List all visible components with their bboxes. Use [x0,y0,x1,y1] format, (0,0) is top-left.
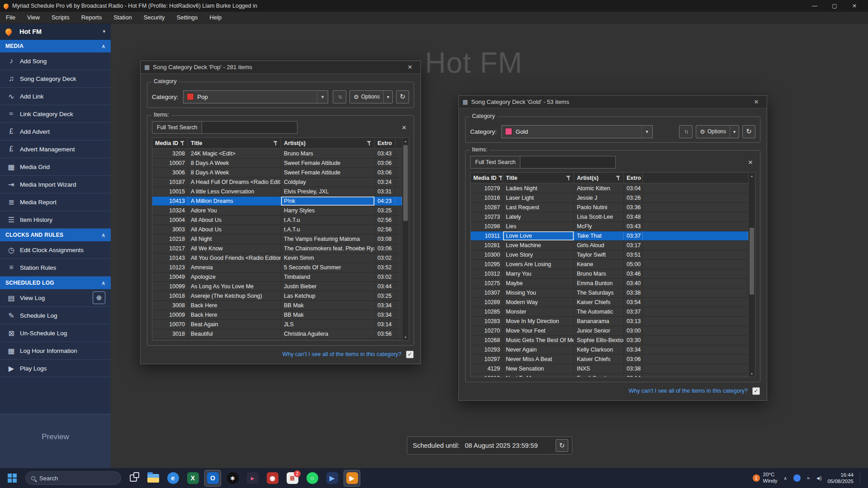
tray-overflow-chevron-icon[interactable]: ∧ [784,476,787,481]
sidebar-item-media-import-wizard[interactable]: ⇥Media Import Wizard [0,176,111,193]
table-row[interactable]: 100078 Days A WeekSweet Female Attitude0… [152,159,402,168]
network-icon[interactable]: ≈ [807,475,809,481]
table-cell[interactable]: 10004 [152,216,188,225]
close-icon[interactable]: ✕ [750,99,763,105]
table-row[interactable]: 10123Amnesia5 Seconds Of Summer03:52 [152,263,402,272]
table-cell[interactable]: 03:37 [624,231,643,240]
column-header-extro[interactable]: Extro [375,138,396,148]
table-row[interactable]: 10307Missing YouThe Saturdays03:38 [471,288,748,298]
task-view-icon[interactable] [125,470,142,487]
table-row[interactable]: 10298LiesMcFly03:43 [471,222,748,231]
table-cell[interactable]: 03:38 [624,364,643,373]
sidebar-item-media-grid[interactable]: ▦Media Grid [0,158,111,176]
table-cell[interactable]: 3008 [152,301,188,310]
table-cell[interactable]: BB Mak [281,301,375,310]
table-cell[interactable]: 03:34 [624,345,643,354]
table-cell[interactable]: 02:56 [375,225,396,234]
table-cell[interactable]: 03:06 [375,244,396,253]
table-cell[interactable]: Missing You [503,288,574,297]
table-cell[interactable]: Jessie J [574,193,624,202]
category-filter-checkbox[interactable]: ✓ [406,351,414,358]
table-cell[interactable]: The Vamps Featuring Matoma [281,235,375,244]
table-cell[interactable]: 10015 [152,187,188,196]
table-cell[interactable]: 03:40 [624,279,643,288]
weather-widget[interactable]: 1 20°C Windy [753,472,778,484]
broadcast-app-icon[interactable]: ◉ [264,470,281,487]
section-header-media[interactable]: MEDIA∧ [0,40,111,52]
table-cell[interactable]: Apologize [188,272,281,282]
table-cell[interactable]: 10285 [471,307,503,316]
table-cell[interactable]: 03:34 [375,301,396,310]
table-cell[interactable]: Sweet Female Attitude [281,168,375,177]
table-cell[interactable]: 03:08 [375,235,396,244]
table-cell[interactable]: 03:06 [375,168,396,177]
table-cell[interactable]: 03:38 [624,288,643,297]
volume-icon[interactable]: ◄) [816,475,821,481]
scroll-down-icon[interactable]: ▼ [749,371,755,377]
table-cell[interactable]: Girls Aloud [574,241,624,250]
refresh-schedule-button[interactable]: ↻ [556,439,568,452]
table-cell[interactable]: 10187 [152,178,188,187]
table-cell[interactable]: INXS [574,364,624,373]
table-row[interactable]: 10324Adore YouHarry Styles03:25 [152,206,402,216]
gold-category-dropdown[interactable]: Gold ▾ [501,125,653,138]
column-header-extro[interactable]: Extro [624,173,643,183]
table-cell[interactable]: Music Gets The Best Of Me [503,336,574,345]
table-cell[interactable]: Monster [503,307,574,316]
sidebar-item-view-log[interactable]: ▤View Log⊕ [0,289,111,307]
table-cell[interactable]: t.A.T.u [281,216,375,225]
table-cell[interactable]: Move In My Direction [503,317,574,326]
table-row[interactable]: 3003All About Ust.A.T.u02:56 [152,225,402,235]
table-row[interactable]: 10217All We KnowThe Chainsmokers feat. P… [152,244,402,253]
table-cell[interactable]: 03:26 [624,193,643,202]
sidebar-item-schedule-log[interactable]: ✎Schedule Log [0,307,111,324]
table-cell[interactable]: Kaiser Chiefs [574,298,624,307]
table-cell[interactable]: 10297 [471,355,503,364]
table-cell[interactable]: 5 Seconds Of Summer [281,263,375,272]
sort-button[interactable]: ↑↓ [679,125,693,138]
table-cell[interactable]: 24K Magic <Edit> [188,149,281,158]
table-cell[interactable]: Last Request [503,203,574,212]
table-cell[interactable]: 8 Days A Week [188,159,281,168]
category-filter-checkbox[interactable]: ✓ [752,387,760,395]
table-row[interactable]: 10015A little Less ConversationElvis Pre… [152,187,402,197]
table-cell[interactable]: Taylor Swift [574,250,624,259]
table-cell[interactable]: 03:00 [624,326,643,335]
view-log-popout-button[interactable]: ⊕ [93,291,105,304]
table-cell[interactable]: 10279 [471,184,503,193]
table-cell[interactable]: Paolo Nutini [574,203,624,212]
table-cell[interactable]: 03:25 [375,206,396,215]
table-row[interactable]: 10009Back HereBB Mak03:34 [152,310,402,320]
table-cell[interactable]: 02:56 [375,216,396,225]
scroll-down-icon[interactable]: ▼ [402,334,409,340]
pop-deck-titlebar[interactable]: ▦ Song Category Deck 'Pop' - 281 items ✕ [141,61,420,74]
table-cell[interactable]: Maybe [503,279,574,288]
table-row[interactable]: 10275MaybeEmma Bunton03:40 [471,279,748,288]
filter-icon[interactable] [367,141,372,145]
table-cell[interactable]: Coldplay [281,178,375,187]
tray-app-icon[interactable] [793,474,801,482]
table-row[interactable]: 10218All NightThe Vamps Featuring Matoma… [152,235,402,244]
table-cell[interactable]: 10007 [152,159,188,168]
table-cell[interactable]: New Sensation [503,364,574,373]
table-cell[interactable]: Lisa Scott-Lee [574,212,624,221]
table-cell[interactable]: 03:52 [375,263,396,272]
table-cell[interactable]: Kaiser Chiefs [574,355,624,364]
table-cell[interactable]: Asereje (The Ketchup Song) [188,291,281,300]
table-cell[interactable]: P!nk [281,197,375,206]
refresh-button[interactable]: ↻ [396,90,409,103]
table-cell[interactable]: 10268 [471,336,503,345]
filter-icon[interactable] [180,141,185,145]
station-selector[interactable]: Hot FM ▾ [0,23,111,40]
table-cell[interactable]: 10413 [152,197,188,206]
filter-icon[interactable] [273,141,278,145]
table-cell[interactable]: 10099 [152,282,188,291]
table-cell[interactable]: The Saturdays [574,288,624,297]
table-cell[interactable]: 04:23 [375,197,396,206]
why-cant-see-link[interactable]: Why can't I see all of the items in this… [282,351,401,357]
table-cell[interactable]: Love Machine [503,241,574,250]
table-cell[interactable]: Adore You [188,206,281,215]
table-cell[interactable]: Christina Aguilera [281,339,375,340]
table-row[interactable]: 10295Lovers Are LosingKeane05:00 [471,260,748,269]
table-cell[interactable]: Modern Way [503,298,574,307]
